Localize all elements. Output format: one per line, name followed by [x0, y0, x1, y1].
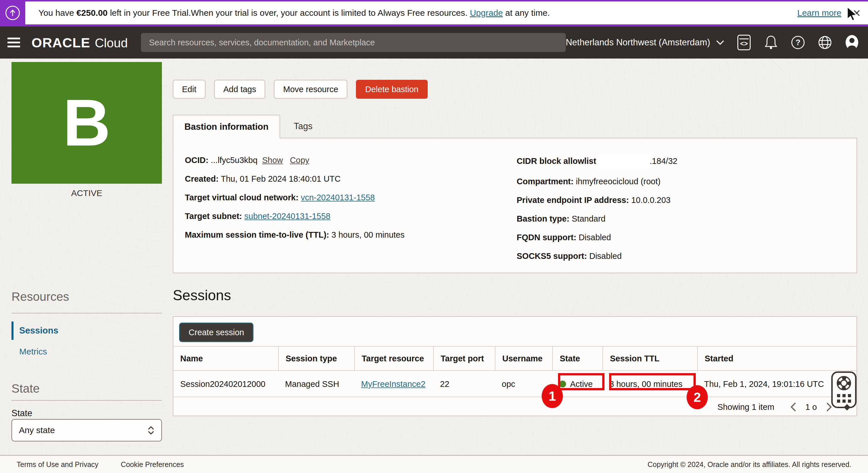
hamburger-menu-icon[interactable]: [7, 35, 20, 50]
page-footer: Terms of Use and Privacy Cookie Preferen…: [0, 455, 868, 473]
action-buttons: Edit Add tags Move resource Delete basti…: [173, 80, 428, 99]
details-left-column: OCID: ...lfyc5u3kbq Show Copy Created: T…: [185, 156, 405, 249]
previous-page-icon[interactable]: [790, 402, 797, 412]
trial-banner: You have €250.00 left in your Free Trial…: [0, 0, 868, 26]
region-selector[interactable]: Netherlands Northwest (Amsterdam): [566, 37, 724, 48]
cloud-shell-icon: <>: [737, 35, 751, 50]
oci-bastion-page: { "banner": { "text_pre": "You have ", "…: [0, 0, 868, 473]
state-filter-label: State: [11, 408, 32, 418]
up-arrow-icon: [5, 6, 20, 20]
trial-message: You have €250.00 left in your Free Trial…: [38, 8, 550, 18]
tab-tags[interactable]: Tags: [280, 115, 326, 138]
bell-icon: [764, 35, 778, 50]
annotation-badge-2: 2: [687, 385, 708, 409]
add-tags-button[interactable]: Add tags: [214, 80, 265, 99]
trial-amount: €250.00: [76, 8, 107, 18]
upgrade-link[interactable]: Upgrade: [470, 8, 503, 18]
move-resource-button[interactable]: Move resource: [274, 80, 347, 99]
trial-text-post: at any time.: [503, 8, 550, 18]
bastion-avatar-letter: B: [63, 90, 111, 156]
subnet-label: Target subnet:: [185, 212, 242, 221]
subnet-field: Target subnet: subnet-20240131-1558: [185, 212, 405, 221]
trial-badge: [0, 1, 25, 24]
status-badge: ACTIVE: [11, 188, 162, 198]
delete-bastion-button[interactable]: Delete bastion: [356, 80, 427, 99]
cidr-value-suffix: .184/32: [650, 156, 677, 166]
fqdn-field: FQDN support: Disabled: [517, 233, 677, 242]
language-button[interactable]: [817, 35, 832, 50]
vcn-field: Target virtual cloud network: vcn-202401…: [185, 193, 405, 202]
page-indicator: 1 o: [805, 402, 817, 412]
ocid-copy-link[interactable]: Copy: [290, 156, 309, 165]
learn-more-link[interactable]: Learn more: [797, 8, 841, 18]
profile-button[interactable]: [844, 35, 859, 50]
mouse-cursor: [846, 6, 859, 22]
topbar-right: Netherlands Northwest (Amsterdam) <> ?: [566, 35, 859, 50]
sidebar-item-sessions[interactable]: Sessions: [11, 321, 58, 340]
sidebar-item-metrics[interactable]: Metrics: [19, 347, 47, 356]
notifications-button[interactable]: [764, 35, 778, 50]
sessions-table-header: Name Session type Target resource Target…: [174, 346, 857, 371]
column-header-state[interactable]: State: [552, 347, 602, 370]
edit-button[interactable]: Edit: [173, 80, 206, 99]
divider: [11, 400, 162, 401]
socks5-field: SOCKS5 support: Disabled: [517, 251, 677, 261]
target-resource-link[interactable]: MyFreeInstance2: [361, 379, 425, 389]
search-input[interactable]: [141, 33, 566, 52]
state-filter-select[interactable]: Any state: [11, 419, 162, 441]
private-ip-label: Private endpoint IP address:: [517, 195, 629, 204]
compartment-field: Compartment: ihmyfreeocicloud (root): [517, 177, 677, 186]
table-pagination: Showing 1 item 1 o: [174, 398, 857, 416]
column-header-session-ttl[interactable]: Session TTL: [602, 347, 697, 370]
column-header-target-resource[interactable]: Target resource: [354, 347, 433, 370]
sessions-card: Create session Name Session type Target …: [173, 316, 857, 416]
private-ip-field: Private endpoint IP address: 10.0.0.203: [517, 195, 677, 205]
vcn-link[interactable]: vcn-20240131-1558: [301, 193, 375, 202]
vcn-label: Target virtual cloud network:: [185, 193, 299, 202]
help-icon: ?: [792, 36, 805, 49]
trial-text-mid: left in your Free Trial.When your trial …: [107, 8, 470, 18]
bastion-type-value: Standard: [572, 214, 606, 223]
cloud-shell-button[interactable]: <>: [737, 35, 751, 50]
cidr-field: CIDR block allowlist.184/32: [517, 156, 677, 168]
bastion-type-field: Bastion type: Standard: [517, 214, 677, 224]
globe-icon: [818, 35, 832, 50]
compartment-label: Compartment:: [517, 177, 574, 186]
logo-oracle-text: ORACLE: [32, 35, 90, 51]
cell-target-port: 22: [433, 371, 495, 397]
details-right-column: CIDR block allowlist.184/32 Compartment:…: [517, 156, 677, 270]
ocid-label: OCID:: [185, 156, 208, 165]
oracle-cloud-logo[interactable]: ORACLE Cloud: [32, 35, 128, 51]
support-widget[interactable]: [831, 371, 857, 408]
state-filter-value: Any state: [19, 425, 55, 435]
annotation-box-session-ttl: [609, 373, 696, 390]
top-navigation-bar: ORACLE Cloud Netherlands Northwest (Amst…: [0, 26, 868, 59]
tab-bastion-information[interactable]: Bastion information: [173, 115, 280, 138]
create-session-button[interactable]: Create session: [179, 323, 253, 342]
socks5-value: Disabled: [589, 251, 622, 261]
column-header-started[interactable]: Started: [697, 347, 857, 370]
ocid-field: OCID: ...lfyc5u3kbq Show Copy: [185, 156, 405, 165]
bastion-avatar: B: [11, 62, 162, 184]
trial-text-pre: You have: [38, 8, 76, 18]
help-button[interactable]: ?: [790, 35, 805, 50]
ocid-show-link[interactable]: Show: [262, 156, 283, 165]
lifebuoy-icon: [836, 375, 851, 391]
created-label: Created:: [185, 174, 219, 183]
ocid-value: ...lfyc5u3kbq: [211, 156, 257, 165]
cell-target-resource: MyFreeInstance2: [354, 371, 433, 397]
annotation-box-state: [558, 373, 604, 390]
socks5-label: SOCKS5 support:: [517, 251, 587, 261]
subnet-link[interactable]: subnet-20240131-1558: [244, 212, 330, 221]
column-header-target-port[interactable]: Target port: [433, 347, 495, 370]
session-table-row[interactable]: Session202402012000 Managed SSH MyFreeIn…: [174, 371, 857, 397]
column-header-name[interactable]: Name: [174, 347, 278, 370]
bastion-information-card: OCID: ...lfyc5u3kbq Show Copy Created: T…: [173, 138, 857, 273]
created-value: Thu, 01 Feb 2024 18:40:01 UTC: [221, 174, 341, 183]
column-header-username[interactable]: Username: [495, 347, 552, 370]
column-header-session-type[interactable]: Session type: [278, 347, 354, 370]
max-ttl-field: Maximum session time-to-live (TTL): 3 ho…: [185, 230, 405, 240]
terms-link[interactable]: Terms of Use and Privacy: [17, 461, 98, 469]
cookie-preferences-link[interactable]: Cookie Preferences: [121, 461, 184, 469]
fqdn-label: FQDN support:: [517, 233, 577, 242]
